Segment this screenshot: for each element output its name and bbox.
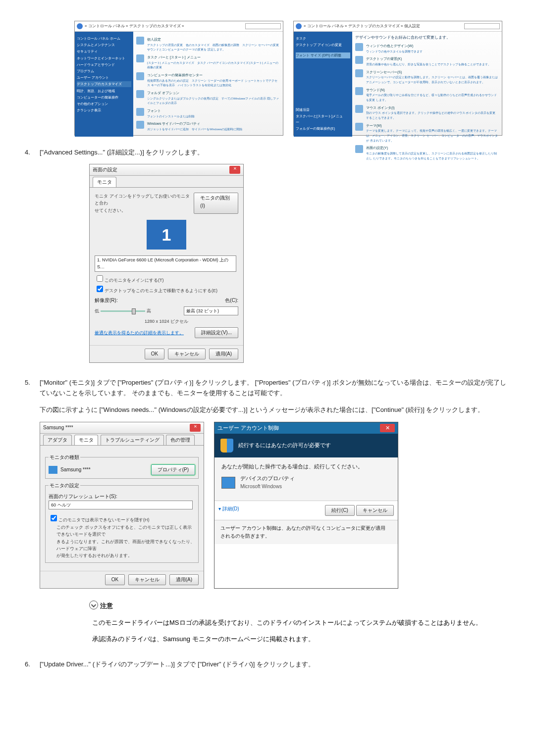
close-icon[interactable]: ✕ xyxy=(229,166,240,174)
screensaver-icon xyxy=(355,69,363,77)
figure-control-panels: « コントロール パネル » デスクトップのカスタマイズ » コントロール パネ… xyxy=(74,21,510,136)
sidebar-item[interactable]: ユーザー アカウント xyxy=(77,75,131,80)
desc: 別のマウス ポインタを選択できます。クリックや操作などの途中のマウス ポインタの… xyxy=(366,111,499,120)
related-item[interactable]: タスクバーと[スタート]メニュー xyxy=(296,113,345,124)
cancel-button[interactable]: キャンセル xyxy=(356,505,394,516)
right-main: デザインやサウンドをお好みに合わせて変更します。 ウィンドウの色とデザイン(W)… xyxy=(352,32,502,137)
sidebar-item[interactable]: システムとメンテナンス xyxy=(77,42,131,48)
advanced-button[interactable]: 詳細設定(V)... xyxy=(195,327,238,338)
search-input[interactable] xyxy=(464,23,500,29)
link[interactable]: タスク バーと [スタート] メニュー xyxy=(147,55,201,59)
close-icon[interactable]: ✕ xyxy=(190,424,201,432)
theme-icon xyxy=(355,123,363,131)
back-icon[interactable] xyxy=(296,23,302,29)
right-sidebar: タスク デスクトップ アイコンの変更 フォント サイズ (DPI) の調整 関連… xyxy=(294,32,352,137)
resolution-value: 1280 x 1024 ピクセル xyxy=(145,319,188,324)
step-6: 6. ["Update Driver..." (ドライバのアップデート...)]… xyxy=(25,659,510,670)
breadcrumb[interactable]: « コントロール パネル » デスクトップのカスタマイズ » 個人設定 xyxy=(304,23,464,30)
uac-heading: 続行するにはあなたの許可が必要です xyxy=(238,441,331,450)
color-select[interactable]: 最高 (32 ビット) xyxy=(184,306,238,315)
link[interactable]: テーマ(M) xyxy=(366,124,382,127)
ok-button[interactable]: OK xyxy=(105,574,125,585)
monitor-preview[interactable]: 1 xyxy=(147,220,186,250)
step-text-2: 下の図に示すように ["Windows needs..." (Windowsの設… xyxy=(40,405,510,415)
sidebar-item[interactable]: クラシック表示 xyxy=(77,107,131,113)
pointer-icon xyxy=(355,105,363,113)
link[interactable]: ウィンドウの色とデザイン(W) xyxy=(366,44,413,48)
primary-checkbox[interactable] xyxy=(97,275,103,282)
link[interactable]: スクリーンセーバー(S) xyxy=(366,70,402,74)
search-input[interactable] xyxy=(245,23,281,29)
sidebar-item[interactable]: コントロール パネル ホーム xyxy=(77,36,131,41)
identify-button[interactable]: モニタの識別(I) xyxy=(194,193,238,214)
sidebar-item-active[interactable]: フォント サイズ (DPI) の調整 xyxy=(296,52,350,58)
step-number: 6. xyxy=(25,659,30,670)
link[interactable]: フォルダ オプション xyxy=(147,91,179,95)
resolution-slider[interactable] xyxy=(101,310,145,312)
monitor-settings-group: モニタの設定 画面のリフレッシュ レート(S): 60 ヘルツ このモニタでは表… xyxy=(45,482,199,563)
font-icon xyxy=(136,108,144,116)
monitor-icon xyxy=(49,466,57,474)
note-box: 注意 このモニタードライバーはMSロゴの承認を受けており、このドライバのインスト… xyxy=(89,601,510,645)
step-text: ["Advanced Settings..." (詳細設定...)] をクリック… xyxy=(40,149,204,156)
cancel-button[interactable]: キャンセル xyxy=(168,349,206,359)
link[interactable]: Windows サイドバーのプロパティ xyxy=(147,122,200,125)
note-text-2: 承認済みのドライバは、Samsung モニターのホームページに掲載されます。 xyxy=(92,634,510,645)
tab-color[interactable]: 色の管理 xyxy=(166,435,195,445)
apply-button[interactable]: 適用(A) xyxy=(169,574,199,585)
group-label: モニタの種類 xyxy=(49,454,80,461)
sublinks[interactable]: 視覚障害のある方のための設定 スクリーン リーダーの使用 キーボード ショートカ… xyxy=(147,79,280,88)
sidebar-item[interactable]: その他のオプション xyxy=(77,101,131,106)
help-link[interactable]: 最適な表示を得るための詳細を表示します。 xyxy=(95,329,184,336)
device-name: デバイスのプロパティ xyxy=(240,474,295,483)
sidebar-item[interactable]: セキュリティ xyxy=(77,49,131,54)
continue-button[interactable]: 続行(C) xyxy=(325,505,355,516)
properties-button[interactable]: プロパティ(P) xyxy=(151,464,195,475)
uac-footer-text: ユーザー アカウント制御は、あなたの許可なくコンピュータに変更が適用 されるのを… xyxy=(214,520,398,544)
heading: デザインやサウンドをお好みに合わせて変更します。 xyxy=(355,35,499,41)
monitor-select[interactable]: 1. NVIDIA GeForce 6600 LE (Microsoft Cor… xyxy=(95,255,236,272)
breadcrumb[interactable]: « コントロール パネル » デスクトップのカスタマイズ » xyxy=(85,23,245,30)
sidebar-item[interactable]: プログラム xyxy=(77,68,131,74)
taskbar-icon xyxy=(136,54,144,62)
sidebar-item[interactable]: ハードウェアとサウンド xyxy=(77,62,131,67)
sublinks[interactable]: デスクトップの背景の変更 色のカスタマイズ 画面の解像度の調整 スクリーン セー… xyxy=(147,43,280,52)
uac-title-text: ユーザー アカウント制御 xyxy=(217,424,279,433)
link[interactable]: コンピューターの簡単操作センター xyxy=(147,73,203,77)
control-panel-left: « コントロール パネル » デスクトップのカスタマイズ » コントロール パネ… xyxy=(74,21,283,136)
sublinks[interactable]: シングルクリックまたはダブルクリックの使用の設定 すべてのWindowsファイル… xyxy=(147,97,280,106)
close-icon[interactable]: ✕ xyxy=(380,424,395,433)
dialog-title: Samsung **** xyxy=(43,424,73,432)
refresh-select[interactable]: 60 ヘルツ xyxy=(49,501,193,509)
link[interactable]: フォント xyxy=(147,109,161,112)
tab-monitor[interactable]: モニタ xyxy=(74,435,98,445)
link[interactable]: 個人設定 xyxy=(147,38,161,41)
ok-button[interactable]: OK xyxy=(145,349,164,359)
link[interactable]: デスクトップの背景(K) xyxy=(366,57,402,60)
tab-monitor[interactable]: モニタ xyxy=(93,177,116,187)
tab-adapter[interactable]: アダプタ xyxy=(43,435,72,445)
hide-modes-note: このチェック ボックスをオフにすると、このモニタでは正しく表示できないモードを選… xyxy=(56,524,195,559)
apply-button[interactable]: 適用(A) xyxy=(209,349,238,359)
color-icon xyxy=(355,43,363,51)
related-item[interactable]: フォルダーの簡単操作(E) xyxy=(296,126,345,131)
sidebar-item-active[interactable]: デスクトップのカスタマイズ xyxy=(77,81,131,87)
tab-troubleshoot[interactable]: トラブルシューティング xyxy=(101,435,164,445)
sidebar-item[interactable]: デスクトップ アイコンの変更 xyxy=(296,42,350,48)
dialog-title: 画面の設定 xyxy=(93,166,117,174)
details-button[interactable]: 詳細(D) xyxy=(222,506,239,511)
link[interactable]: マウス ポインタ(I) xyxy=(366,106,395,109)
sidebar-item[interactable]: 時計、言語、および地域 xyxy=(77,88,131,94)
back-icon[interactable] xyxy=(77,23,83,29)
sublinks[interactable]: [スタート] メニューのカスタマイズ タスク バーのアイコンのカスタマイズ [ス… xyxy=(147,61,280,70)
extend-checkbox[interactable] xyxy=(97,286,103,292)
link[interactable]: サウンド(N) xyxy=(366,88,385,92)
cancel-button[interactable]: キャンセル xyxy=(128,574,166,585)
hide-modes-checkbox[interactable] xyxy=(51,515,57,521)
sidebar-item[interactable]: ネットワークとインターネット xyxy=(77,55,131,61)
sidebar-item[interactable]: コンピューターの簡単操作 xyxy=(77,95,131,100)
sublinks[interactable]: フォントのインストールまたは削除 xyxy=(147,114,195,119)
step-text-1: ["Monitor" (モニタ)] タブで ["Properties" (プロパ… xyxy=(40,378,510,399)
background-icon xyxy=(355,56,363,64)
sublinks[interactable]: ガジェットをサイドバーに追加 サイドバーをWindowsの起動時に開始 xyxy=(147,127,242,132)
